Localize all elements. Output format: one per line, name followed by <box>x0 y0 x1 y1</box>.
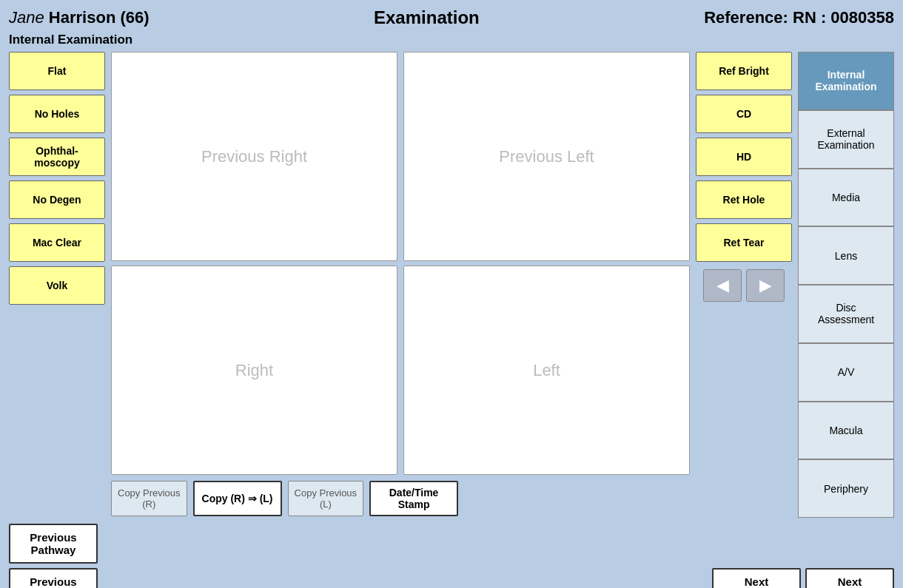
patient-first-name: Jane <box>9 8 44 27</box>
next-page-button[interactable]: Next Page <box>805 568 894 588</box>
left-drawing[interactable]: Left <box>403 266 690 475</box>
nav-external-examination[interactable]: External Examination <box>798 110 894 169</box>
center-drawing-area: Previous Right Previous Left Right Left … <box>111 52 690 518</box>
next-pathway-button[interactable]: Next Pathway <box>712 568 801 588</box>
copy-buttons-row: Copy Previous (R) Copy (R) ⇒ (L) Copy Pr… <box>111 479 690 518</box>
previous-left-label: Previous Left <box>499 147 594 166</box>
nav-disc-assessment[interactable]: Disc Assessment <box>798 285 894 343</box>
arrow-left-button[interactable]: ◀ <box>703 269 742 302</box>
nav-periphery[interactable]: Periphery <box>798 459 894 518</box>
nav-av[interactable]: A/V <box>798 343 894 402</box>
patient-last-name: Harrison (66) <box>49 8 150 27</box>
nav-internal-examination[interactable]: Internal Examination <box>798 52 894 110</box>
top-drawing-row: Previous Right Previous Left <box>111 52 690 261</box>
ret-hole-button[interactable]: Ret Hole <box>696 180 792 219</box>
previous-page-button[interactable]: Previous Page <box>9 568 98 588</box>
no-degen-button[interactable]: No Degen <box>9 180 105 219</box>
header: Jane Harrison (66) Examination Reference… <box>9 7 894 28</box>
previous-pathway-button[interactable]: Previous Pathway <box>9 524 98 564</box>
bottom-drawing-row: Right Left <box>111 266 690 475</box>
copy-previous-l-button[interactable]: Copy Previous (L) <box>288 481 364 516</box>
reference-number: Reference: RN : 0080358 <box>704 8 894 27</box>
previous-left-drawing[interactable]: Previous Left <box>403 52 690 261</box>
nav-panel: Internal Examination External Examinatio… <box>798 52 894 518</box>
nav-media[interactable]: Media <box>798 169 894 227</box>
hd-button[interactable]: HD <box>696 138 792 176</box>
right-label: Right <box>235 361 273 380</box>
ret-tear-button[interactable]: Ret Tear <box>696 223 792 262</box>
previous-right-label: Previous Right <box>201 147 307 166</box>
left-action-buttons: Flat No Holes Ophthal- moscopy No Degen … <box>9 52 105 518</box>
content-area: Flat No Holes Ophthal- moscopy No Degen … <box>9 52 894 518</box>
cd-button[interactable]: CD <box>696 95 792 133</box>
copy-r-to-l-button[interactable]: Copy (R) ⇒ (L) <box>193 481 282 516</box>
nav-macula[interactable]: Macula <box>798 402 894 460</box>
mac-clear-button[interactable]: Mac Clear <box>9 223 105 262</box>
date-time-stamp-button[interactable]: Date/Time Stamp <box>369 481 458 516</box>
right-panel: Ref Bright CD HD Ret Hole Ret Tear ◀ ▶ <box>696 52 792 518</box>
nav-lens[interactable]: Lens <box>798 226 894 285</box>
right-drawing[interactable]: Right <box>111 266 397 475</box>
no-holes-button[interactable]: No Holes <box>9 95 105 133</box>
ref-bright-button[interactable]: Ref Bright <box>696 52 792 90</box>
flat-button[interactable]: Flat <box>9 52 105 90</box>
copy-previous-r-button[interactable]: Copy Previous (R) <box>111 481 187 516</box>
patient-name: Jane Harrison (66) <box>9 8 150 27</box>
main-container: Jane Harrison (66) Examination Reference… <box>0 0 903 588</box>
volk-button[interactable]: Volk <box>9 266 105 305</box>
page-title: Examination <box>374 7 480 28</box>
ophthalmoscopy-button[interactable]: Ophthal- moscopy <box>9 138 105 176</box>
arrow-buttons: ◀ ▶ <box>696 266 792 305</box>
arrow-right-button[interactable]: ▶ <box>746 269 785 302</box>
bottom-right-buttons: Next Pathway Next Page <box>712 568 894 588</box>
bottom-left-buttons: Previous Pathway Previous Page <box>9 524 98 588</box>
previous-right-drawing[interactable]: Previous Right <box>111 52 397 261</box>
left-label: Left <box>533 361 560 380</box>
section-title: Internal Examination <box>9 33 894 47</box>
bottom-navigation: Previous Pathway Previous Page Next Path… <box>9 524 894 588</box>
